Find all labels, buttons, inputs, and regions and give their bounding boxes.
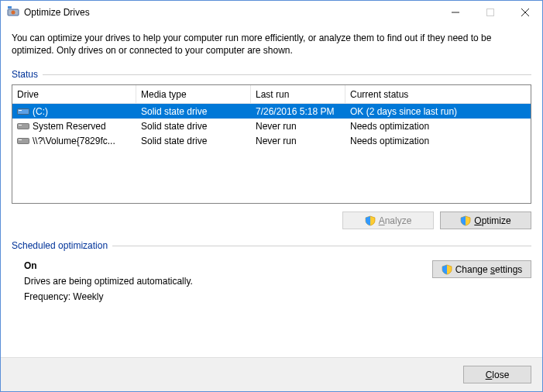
status-cell: OK (2 days since last run) [345,106,531,117]
close-dialog-button[interactable]: Close [463,366,531,383]
drives-table: Drive Media type Last run Current status… [12,84,531,204]
divider [43,74,531,75]
col-status-header[interactable]: Current status [345,85,531,103]
analyze-button: Analyze [342,211,434,229]
drive-icon [17,136,29,146]
drive-icon [17,107,29,116]
table-row[interactable]: \\?\Volume{7829fc...Solid state driveNev… [12,133,531,148]
svg-rect-10 [19,125,22,126]
schedule-desc: Drives are being optimized automatically… [24,276,432,287]
svg-rect-7 [18,108,29,114]
schedule-label: Scheduled optimization [12,240,108,251]
last-run-cell: 7/26/2016 5:18 PM [251,106,345,117]
drive-name: (C:) [33,106,48,117]
optimize-label: Optimize [474,215,510,226]
app-icon [7,6,19,19]
media-cell: Solid state drive [136,136,251,146]
svg-point-1 [12,11,15,15]
status-cell: Needs optimization [345,136,531,146]
shield-icon [442,264,452,275]
window-title: Optimize Drives [24,7,438,18]
close-label: Close [486,370,510,380]
drive-cell: \\?\Volume{7829fc... [12,136,136,146]
window-controls [438,1,542,24]
intro-text: You can optimize your drives to help you… [12,32,531,57]
minimize-button[interactable] [438,1,473,24]
svg-rect-9 [18,123,29,129]
last-run-cell: Never run [251,121,345,132]
status-button-row: Analyze Optimize [12,211,531,229]
svg-rect-12 [19,139,22,140]
content-area: You can optimize your drives to help you… [1,24,542,357]
change-settings-label: Change settings [455,264,523,275]
col-drive-header[interactable]: Drive [12,85,136,103]
table-body: (C:)Solid state drive7/26/2016 5:18 PMOK… [12,104,531,148]
col-last-header[interactable]: Last run [251,85,345,103]
schedule-header: Scheduled optimization [12,240,531,251]
shield-icon [460,215,471,226]
svg-rect-11 [18,138,29,143]
footer: Close [1,357,542,391]
status-label: Status [12,69,38,80]
change-settings-button[interactable]: Change settings [432,260,531,278]
last-run-cell: Never run [251,136,345,146]
media-cell: Solid state drive [136,121,251,132]
svg-rect-4 [486,9,493,16]
col-media-header[interactable]: Media type [136,85,251,103]
drive-name: System Reserved [33,121,106,132]
status-header: Status [12,69,531,80]
divider [112,246,531,246]
status-cell: Needs optimization [345,121,531,132]
shield-icon [365,215,376,226]
table-row[interactable]: System ReservedSolid state driveNever ru… [12,119,531,133]
maximize-button [473,1,507,24]
drive-icon [17,122,29,131]
drive-cell: System Reserved [12,121,136,132]
media-cell: Solid state drive [136,106,251,117]
table-header: Drive Media type Last run Current status [12,85,531,104]
schedule-body: On Drives are being optimized automatica… [12,256,531,307]
svg-rect-2 [8,6,12,9]
drive-cell: (C:) [12,106,136,117]
optimize-button[interactable]: Optimize [440,211,531,229]
analyze-label: Analyze [379,215,412,226]
table-row[interactable]: (C:)Solid state drive7/26/2016 5:18 PMOK… [12,104,531,119]
close-button[interactable] [507,1,542,24]
svg-rect-8 [19,110,22,111]
schedule-freq: Frequency: Weekly [24,291,432,302]
drive-name: \\?\Volume{7829fc... [33,136,115,146]
schedule-state: On [24,260,432,271]
titlebar: Optimize Drives [1,1,542,24]
